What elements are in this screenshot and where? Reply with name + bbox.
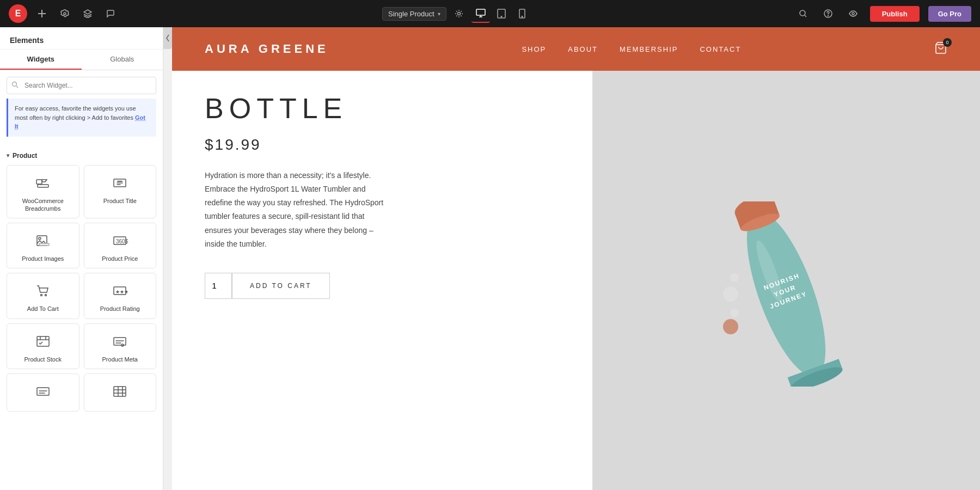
help-button[interactable] — [820, 5, 836, 22]
svg-point-10 — [852, 13, 854, 15]
widget-label-meta: Product Meta — [102, 356, 138, 363]
store-menu: SHOP ABOUT MEMBERSHIP CONTACT — [522, 45, 741, 53]
publish-button[interactable]: Publish — [870, 6, 920, 22]
panel-title: Elements — [0, 27, 163, 50]
canvas-page: AURA GREENE SHOP ABOUT MEMBERSHIP CONTAC… — [172, 27, 980, 490]
nav-membership[interactable]: MEMBERSHIP — [620, 45, 678, 53]
add-to-cart-button[interactable]: ADD TO CART — [232, 273, 330, 299]
canvas-area: AURA GREENE SHOP ABOUT MEMBERSHIP CONTAC… — [172, 27, 980, 490]
product-section-header[interactable]: ▾ Product — [7, 152, 156, 160]
product-right: NOURISH YOUR JOURNEY — [592, 71, 980, 490]
svg-point-41 — [723, 286, 738, 302]
section-chevron-icon: ▾ — [7, 152, 9, 158]
chevron-down-icon: ▾ — [438, 11, 440, 17]
tablet-view-button[interactable] — [492, 4, 511, 23]
add-to-cart-row: 1 ADD TO CART — [205, 273, 560, 299]
comments-icon[interactable] — [102, 5, 119, 22]
elementor-logo[interactable]: E — [9, 4, 27, 23]
extra-icon-1 — [33, 382, 53, 401]
svg-rect-17 — [39, 243, 49, 246]
collapse-panel-handle[interactable] — [163, 27, 172, 49]
product-title-icon — [110, 173, 130, 193]
desktop-view-button[interactable] — [471, 4, 490, 23]
svg-point-6 — [522, 16, 523, 17]
widget-product-stock[interactable]: Product Stock — [7, 323, 79, 369]
svg-text:★★★: ★★★ — [115, 289, 128, 295]
breadcrumbs-icon — [33, 173, 53, 193]
product-bottle-image: NOURISH YOUR JOURNEY — [650, 201, 922, 387]
store-nav: AURA GREENE SHOP ABOUT MEMBERSHIP CONTAC… — [172, 27, 980, 71]
svg-point-4 — [501, 16, 502, 17]
nav-shop[interactable]: SHOP — [522, 45, 546, 53]
widget-product-price[interactable]: 360$ Product Price — [84, 223, 157, 268]
preview-button[interactable] — [845, 5, 861, 22]
search-input[interactable] — [7, 77, 156, 94]
extra-icon-2 — [110, 382, 130, 401]
tip-box: For easy access, favorite the widgets yo… — [7, 99, 156, 137]
svg-point-42 — [730, 309, 739, 317]
svg-point-11 — [13, 82, 17, 87]
widget-product-rating[interactable]: ★★★ Product Rating — [84, 273, 157, 318]
widget-label-add-to-cart: Add To Cart — [27, 305, 59, 313]
svg-rect-2 — [476, 9, 485, 15]
add-element-button[interactable] — [34, 5, 50, 22]
add-to-cart-icon — [33, 281, 53, 301]
settings-icon[interactable] — [57, 5, 73, 22]
product-title-line1: BOTTLE — [205, 93, 560, 125]
quantity-input[interactable]: 1 — [205, 273, 232, 299]
mobile-view-button[interactable] — [513, 4, 531, 23]
svg-point-7 — [800, 10, 805, 16]
svg-point-43 — [723, 319, 738, 334]
layers-icon[interactable] — [79, 5, 96, 22]
top-bar-right: Publish Go Pro — [795, 5, 971, 22]
widget-label-rating: Product Rating — [100, 305, 140, 313]
widget-product-images[interactable]: Product Images — [7, 223, 79, 268]
product-meta-icon — [110, 332, 130, 351]
top-bar-center: Single Product ▾ — [382, 4, 531, 23]
left-panel: Elements Widgets Globals For easy access… — [0, 27, 163, 490]
upgrade-button[interactable]: Go Pro — [928, 6, 971, 22]
svg-text:360$: 360$ — [116, 238, 128, 244]
product-stock-icon — [33, 332, 53, 351]
device-buttons — [471, 4, 531, 23]
cart-icon[interactable]: 0 — [934, 41, 947, 57]
svg-rect-27 — [37, 388, 49, 395]
template-selector[interactable]: Single Product ▾ — [382, 7, 446, 21]
nav-contact[interactable]: CONTACT — [700, 45, 741, 53]
search-button[interactable] — [795, 5, 811, 22]
widgets-grid-extra — [7, 373, 156, 412]
widget-extra-1[interactable] — [7, 373, 79, 412]
widget-add-to-cart[interactable]: Add To Cart — [7, 273, 79, 318]
section-label: Product — [13, 152, 37, 160]
search-icon — [11, 81, 19, 90]
widget-woocommerce-breadcrumbs[interactable]: WooCommerce Breadcrumbs — [7, 165, 79, 219]
tip-text: For easy access, favorite the widgets yo… — [15, 105, 136, 121]
widget-label-title: Product Title — [103, 197, 137, 205]
tab-widgets[interactable]: Widgets — [0, 50, 82, 70]
svg-rect-25 — [114, 338, 126, 345]
widget-label-price: Product Price — [102, 255, 138, 262]
svg-point-16 — [39, 237, 41, 240]
svg-point-1 — [457, 13, 460, 15]
product-price-icon: 360$ — [110, 231, 130, 250]
svg-rect-24 — [37, 336, 49, 346]
svg-rect-28 — [114, 387, 126, 396]
widget-product-meta[interactable]: Product Meta — [84, 323, 157, 369]
widgets-scroll: ▾ Product WooCommerce Breadcrumbs Produc… — [0, 142, 163, 491]
tab-globals[interactable]: Globals — [82, 50, 163, 70]
widget-extra-2[interactable] — [84, 373, 157, 412]
template-settings-button[interactable] — [451, 5, 467, 22]
top-bar-left: E — [9, 4, 119, 23]
product-left: BOTTLE $19.99 Hydration is more than a n… — [172, 71, 592, 490]
product-rating-icon: ★★★ — [110, 281, 130, 301]
product-section: BOTTLE $19.99 Hydration is more than a n… — [172, 71, 980, 490]
svg-point-20 — [40, 295, 42, 296]
widget-product-title[interactable]: Product Title — [84, 165, 157, 219]
main-layout: Elements Widgets Globals For easy access… — [0, 27, 980, 490]
store-logo: AURA GREENE — [205, 42, 329, 56]
svg-point-21 — [45, 295, 46, 296]
nav-about[interactable]: ABOUT — [568, 45, 598, 53]
svg-rect-13 — [38, 185, 48, 187]
svg-point-9 — [828, 16, 828, 16]
svg-rect-12 — [36, 180, 42, 184]
